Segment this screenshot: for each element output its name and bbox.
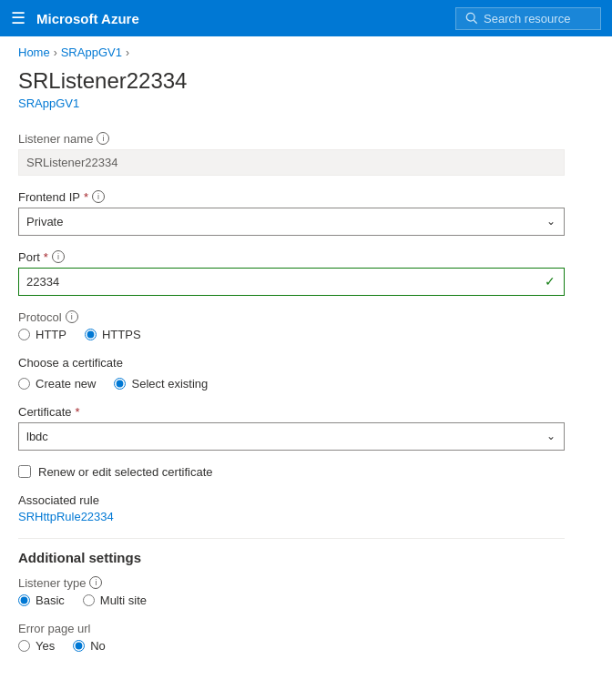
listener-name-label: Listener name i — [18, 132, 565, 146]
search-icon — [465, 12, 478, 25]
error-page-no-option[interactable]: No — [73, 639, 106, 653]
error-page-yes-option[interactable]: Yes — [18, 639, 55, 653]
page-subtitle: SRAppGV1 — [18, 96, 594, 110]
frontend-ip-select-wrapper: Private Public ⌄ — [18, 208, 565, 236]
error-page-no-radio[interactable] — [73, 640, 85, 652]
cert-create-new-radio[interactable] — [18, 378, 30, 390]
listener-type-label: Listener type i — [18, 576, 565, 590]
app-title: Microsoft Azure — [36, 11, 444, 26]
listener-type-multisite-radio[interactable] — [83, 594, 95, 606]
error-page-yes-label: Yes — [36, 639, 55, 653]
cert-create-new-label: Create new — [36, 377, 96, 391]
listener-type-basic-label: Basic — [36, 593, 65, 607]
renew-cert-checkbox[interactable] — [18, 465, 31, 478]
frontend-ip-section: Frontend IP * i Private Public ⌄ — [18, 190, 565, 236]
breadcrumb-home[interactable]: Home — [18, 46, 50, 59]
listener-type-multisite-label: Multi site — [100, 593, 147, 607]
listener-name-input — [18, 149, 565, 176]
breadcrumb-sep-1: › — [54, 46, 57, 59]
cert-select-existing-option[interactable]: Select existing — [114, 377, 208, 391]
associated-rule-link[interactable]: SRHttpRule22334 — [18, 510, 114, 523]
cert-radio-group: Create new Select existing — [18, 377, 565, 391]
page-header: SRListener22334 SRAppGV1 — [0, 63, 612, 114]
renew-cert-section: Renew or edit selected certificate — [18, 465, 565, 479]
listener-type-radio-group: Basic Multi site — [18, 593, 565, 607]
certificate-label: Certificate * — [18, 405, 565, 419]
port-info-icon[interactable]: i — [52, 250, 65, 263]
protocol-radio-group: HTTP HTTPS — [18, 328, 565, 341]
breadcrumb-sep-2: › — [126, 46, 129, 59]
frontend-ip-info-icon[interactable]: i — [92, 190, 105, 203]
svg-line-1 — [474, 20, 477, 24]
protocol-https-label: HTTPS — [102, 328, 141, 341]
associated-rule-section: Associated rule SRHttpRule22334 — [18, 493, 565, 523]
certificate-select[interactable]: lbdc — [18, 422, 565, 451]
hamburger-icon[interactable]: ☰ — [11, 8, 26, 28]
cert-select-existing-radio[interactable] — [114, 378, 126, 390]
error-page-url-section: Error page url Yes No — [18, 622, 565, 653]
port-section: Port * i ✓ — [18, 250, 565, 296]
renew-cert-label: Renew or edit selected certificate — [38, 465, 212, 479]
error-page-no-label: No — [90, 639, 106, 653]
error-page-radio-group: Yes No — [18, 639, 565, 653]
top-navbar: ☰ Microsoft Azure — [0, 0, 612, 36]
certificate-select-wrapper: lbdc ⌄ — [18, 422, 565, 451]
listener-type-multisite-option[interactable]: Multi site — [83, 593, 147, 607]
listener-type-info-icon[interactable]: i — [89, 576, 102, 589]
search-input[interactable] — [484, 12, 584, 25]
port-input-wrapper: ✓ — [18, 268, 565, 296]
breadcrumb: Home › SRAppGV1 › — [0, 36, 612, 63]
choose-cert-section: Choose a certificate Create new Select e… — [18, 356, 565, 391]
error-page-yes-radio[interactable] — [18, 640, 30, 652]
breadcrumb-parent[interactable]: SRAppGV1 — [61, 46, 122, 59]
listener-name-section: Listener name i — [18, 132, 565, 176]
protocol-http-label: HTTP — [36, 328, 66, 341]
port-check-icon: ✓ — [545, 274, 556, 289]
listener-type-section: Listener type i Basic Multi site — [18, 576, 565, 607]
protocol-http-radio[interactable] — [18, 329, 30, 340]
error-page-url-label: Error page url — [18, 622, 565, 635]
frontend-ip-select[interactable]: Private Public — [18, 208, 565, 236]
additional-settings-header: Additional settings — [18, 550, 565, 565]
page-title: SRListener22334 — [18, 68, 594, 95]
protocol-label: Protocol i — [18, 310, 565, 324]
search-box[interactable] — [455, 7, 601, 30]
cert-select-existing-label: Select existing — [131, 377, 208, 391]
protocol-https-option[interactable]: HTTPS — [85, 328, 141, 341]
listener-name-info-icon[interactable]: i — [97, 132, 109, 145]
protocol-https-radio[interactable] — [85, 329, 97, 340]
section-divider — [18, 538, 565, 539]
certificate-required-star: * — [76, 405, 80, 419]
svg-point-0 — [466, 13, 474, 21]
frontend-ip-required-star: * — [84, 190, 88, 204]
certificate-section: Certificate * lbdc ⌄ — [18, 405, 565, 451]
port-input[interactable] — [18, 268, 565, 296]
associated-rule-label: Associated rule — [18, 493, 565, 507]
port-label: Port * i — [18, 250, 565, 264]
listener-type-basic-radio[interactable] — [18, 594, 30, 606]
listener-type-basic-option[interactable]: Basic — [18, 593, 65, 607]
port-required-star: * — [44, 250, 48, 264]
protocol-section: Protocol i HTTP HTTPS — [18, 310, 565, 341]
protocol-http-option[interactable]: HTTP — [18, 328, 66, 341]
protocol-info-icon[interactable]: i — [66, 310, 78, 323]
frontend-ip-label: Frontend IP * i — [18, 190, 565, 204]
cert-create-new-option[interactable]: Create new — [18, 377, 96, 391]
main-content: Listener name i Frontend IP * i Private … — [0, 114, 583, 685]
renew-cert-checkbox-item[interactable]: Renew or edit selected certificate — [18, 465, 565, 479]
choose-cert-label: Choose a certificate — [18, 356, 565, 370]
